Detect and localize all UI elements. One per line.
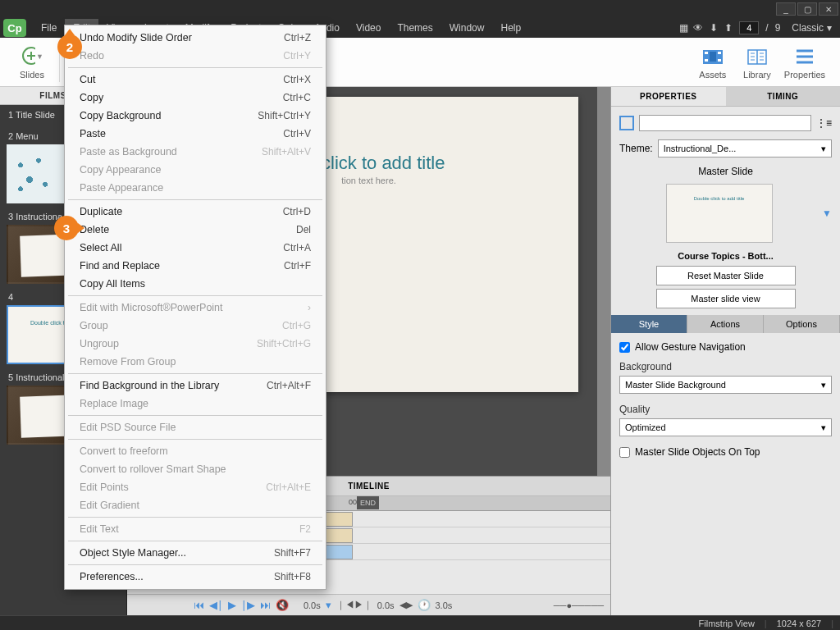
menu-separator <box>68 541 322 541</box>
skip-end-icon[interactable]: ⏭ <box>260 599 271 611</box>
menu-item-copy-appearance: Copy Appearance <box>65 161 326 179</box>
menu-item-copy[interactable]: CopyCtrl+C <box>65 89 326 107</box>
menu-item-paste-appearance: Paste Appearance <box>65 179 326 197</box>
layout-grid-icon[interactable]: ▦ <box>679 22 687 34</box>
menu-separator <box>68 67 322 68</box>
options-menu-icon[interactable]: ⋮≡ <box>816 117 832 129</box>
background-select[interactable]: Master Slide Background▾ <box>619 376 832 394</box>
menu-video[interactable]: Video <box>348 19 389 37</box>
menu-separator <box>68 439 322 440</box>
current-page-input[interactable]: 4 <box>739 21 759 34</box>
mute-icon[interactable]: 🔇 <box>276 599 289 611</box>
assets-button[interactable]: Assets <box>691 39 735 85</box>
minimize-button[interactable]: _ <box>776 2 796 16</box>
timeline-sel: 0.0s <box>377 600 395 610</box>
menu-item-find-and-replace[interactable]: Find and ReplaceCtrl+F <box>65 257 326 275</box>
menu-separator <box>68 517 322 518</box>
slides-button[interactable]: ▼ Slides <box>10 39 54 85</box>
menu-window[interactable]: Window <box>441 19 493 37</box>
timeline-controls[interactable]: ⏮ ◀∣ ▶ ∣▶ ⏭ 🔇 0.0s ▾ ｜◀▶｜ 0.0s ◀▶ 🕐 3.0s… <box>127 594 610 615</box>
menu-item-select-all[interactable]: Select AllCtrl+A <box>65 239 326 257</box>
library-button[interactable]: Library <box>735 39 779 85</box>
menu-file[interactable]: File <box>33 19 65 37</box>
gesture-nav-checkbox[interactable] <box>619 342 630 353</box>
play-icon[interactable]: ▶ <box>228 599 236 611</box>
menu-item-copy-background[interactable]: Copy BackgroundShift+Ctrl+Y <box>65 107 326 125</box>
download-icon[interactable]: ⬇ <box>710 22 718 34</box>
quality-label: Quality <box>619 404 832 415</box>
close-button[interactable]: ✕ <box>819 2 838 16</box>
preview-eye-icon[interactable]: 👁 <box>693 22 703 34</box>
master-view-button[interactable]: Master slide view <box>656 289 796 308</box>
object-name-input[interactable] <box>639 115 811 131</box>
menu-separator <box>68 295 322 296</box>
menu-item-copy-all-items[interactable]: Copy All Items <box>65 275 326 293</box>
menu-item-edit-gradient: Edit Gradient <box>65 496 326 514</box>
master-slide-label: Master Slide <box>619 166 832 177</box>
objects-on-top-label: Master Slide Objects On Top <box>635 446 760 458</box>
total-pages: 9 <box>775 22 781 34</box>
menu-item-convert-to-freeform: Convert to freeform <box>65 442 326 460</box>
chevron-down-icon[interactable]: ▼ <box>822 208 832 219</box>
menu-separator <box>68 199 322 200</box>
menu-item-delete[interactable]: DeleteDel <box>65 221 326 239</box>
theme-label: Theme: <box>619 143 653 154</box>
subtab-actions[interactable]: Actions <box>687 315 764 333</box>
properties-panel: PROPERTIES TIMING ⋮≡ Theme: Instructiona… <box>610 87 840 615</box>
chevron-down-icon: ▾ <box>821 380 826 390</box>
svg-rect-10 <box>718 52 721 54</box>
menu-separator <box>68 415 322 416</box>
library-label: Library <box>743 70 771 80</box>
maximize-button[interactable]: ▢ <box>797 2 817 16</box>
app-logo: Cp <box>3 19 26 37</box>
svg-rect-11 <box>705 59 708 62</box>
quality-select[interactable]: Optimized▾ <box>619 418 832 436</box>
menu-item-redo: RedoCtrl+Y <box>65 47 326 65</box>
menu-item-duplicate[interactable]: DuplicateCtrl+D <box>65 203 326 221</box>
workspace-selector[interactable]: Classic ▾ <box>787 21 837 35</box>
menu-item-cut[interactable]: CutCtrl+X <box>65 71 326 89</box>
chevron-down-icon: ▾ <box>827 22 832 34</box>
menu-item-group: GroupCtrl+G <box>65 317 326 335</box>
menu-item-edit-psd-source-file: Edit PSD Source File <box>65 418 326 436</box>
menu-item-preferences[interactable]: Preferences...Shift+F8 <box>65 568 326 586</box>
reset-master-button[interactable]: Reset Master Slide <box>656 266 796 285</box>
tab-properties[interactable]: PROPERTIES <box>611 87 726 107</box>
theme-select[interactable]: Instructional_De...▾ <box>658 139 832 158</box>
objects-on-top-checkbox[interactable] <box>619 447 630 458</box>
menu-item-edit-with-microsoft-powerpoint: Edit with Microsoft®PowerPoint› <box>65 299 326 317</box>
svg-rect-12 <box>718 59 721 62</box>
menu-themes[interactable]: Themes <box>389 19 441 37</box>
skip-start-icon[interactable]: ⏮ <box>194 599 204 611</box>
menu-item-remove-from-group: Remove From Group <box>65 353 326 371</box>
menu-item-find-background-in-the-library[interactable]: Find Background in the LibraryCtrl+Alt+F <box>65 377 326 395</box>
master-slide-preview[interactable]: Double click to add title <box>666 184 773 243</box>
step-fwd-icon[interactable]: ∣▶ <box>241 599 255 611</box>
menu-item-edit-points: Edit PointsCtrl+Alt+E <box>65 478 326 496</box>
menu-item-replace-image: Replace Image <box>65 395 326 413</box>
menu-item-paste[interactable]: PasteCtrl+V <box>65 125 326 143</box>
menu-item-undo-modify-slide-order[interactable]: Undo Modify Slide OrderCtrl+Z <box>65 29 326 47</box>
properties-label: Properties <box>784 70 825 80</box>
menu-separator <box>68 373 322 374</box>
window-titlebar: _ ▢ ✕ <box>0 0 840 18</box>
properties-button[interactable]: Properties <box>779 39 830 85</box>
upload-icon[interactable]: ⬆ <box>724 22 733 34</box>
subtab-options[interactable]: Options <box>764 315 840 333</box>
menu-item-object-style-manager[interactable]: Object Style Manager...Shift+F7 <box>65 544 326 562</box>
edit-menu-dropdown[interactable]: Undo Modify Slide OrderCtrl+ZRedoCtrl+YC… <box>64 25 326 590</box>
page-sep: / <box>765 22 768 34</box>
step-back-icon[interactable]: ◀∣ <box>209 599 223 611</box>
menu-help[interactable]: Help <box>492 19 529 37</box>
assets-label: Assets <box>699 70 726 80</box>
menu-item-edit-text: Edit TextF2 <box>65 520 326 538</box>
master-slide-name: Course Topics - Bott... <box>619 251 832 261</box>
svg-rect-13 <box>710 52 716 62</box>
object-type-icon <box>619 116 634 130</box>
vertical-scrollbar[interactable] <box>597 87 610 476</box>
tab-timing[interactable]: TIMING <box>726 87 841 107</box>
menu-item-convert-to-rollover-smart-shape: Convert to rollover Smart Shape <box>65 460 326 478</box>
subtab-style[interactable]: Style <box>611 315 687 333</box>
statusbar: Filmstrip View | 1024 x 627 | <box>0 615 840 630</box>
timeline-dur: 3.0s <box>436 600 453 610</box>
